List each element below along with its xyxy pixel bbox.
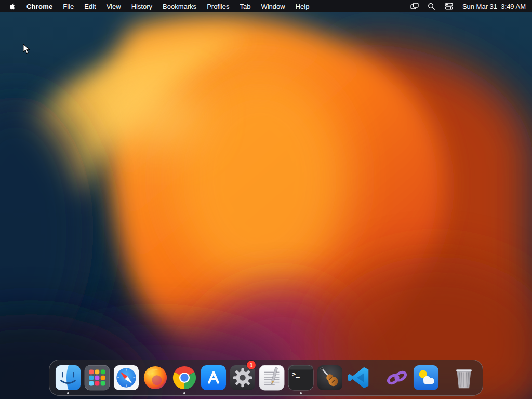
dock-item-terminal[interactable]: >_	[286, 360, 315, 395]
dock-separator	[378, 364, 378, 391]
dock-item-weather[interactable]	[411, 360, 441, 395]
dock-item-launchpad[interactable]	[83, 360, 112, 395]
dock-item-safari[interactable]	[112, 360, 141, 395]
dock-item-appstore[interactable]	[199, 360, 228, 395]
dock-item-textedit[interactable]	[257, 360, 286, 395]
menu-item-history[interactable]: History	[126, 0, 157, 12]
finder-icon	[55, 365, 81, 391]
dock-item-firefox[interactable]	[141, 360, 170, 395]
app-store-icon	[201, 365, 227, 391]
running-indicator	[67, 392, 69, 394]
apple-menu[interactable]	[0, 0, 21, 12]
spotlight-search-icon[interactable]	[425, 0, 438, 12]
dock-item-visual-studio[interactable]	[382, 360, 411, 395]
firefox-icon	[142, 365, 168, 391]
dock-item-vscode[interactable]	[344, 360, 374, 395]
vscode-icon	[346, 365, 372, 391]
dock-item-trash[interactable]	[449, 360, 478, 395]
menu-bar: Chrome File Edit View History Bookmarks …	[0, 0, 532, 12]
running-indicator	[183, 392, 185, 394]
control-center-icon[interactable]	[442, 0, 456, 12]
dock-item-system-settings[interactable]: 1	[228, 360, 257, 395]
notification-badge: 1	[247, 361, 256, 369]
desktop[interactable]	[0, 12, 532, 399]
visual-studio-icon	[384, 365, 410, 391]
apple-logo-icon	[8, 3, 16, 10]
running-indicator	[300, 392, 302, 394]
dock-item-chrome[interactable]	[170, 360, 199, 395]
terminal-prompt-glyph: >_	[292, 370, 300, 378]
menu-item-edit[interactable]: Edit	[79, 0, 101, 12]
menu-item-help[interactable]: Help	[290, 0, 315, 12]
terminal-icon: >_	[288, 365, 314, 391]
textedit-icon	[259, 365, 285, 391]
menubar-status-area: Sun Mar 31 3:49 AM	[408, 0, 532, 12]
dock-separator	[445, 364, 445, 391]
trash-icon	[451, 365, 477, 391]
windows-stack-icon[interactable]	[408, 0, 421, 12]
dock: 1 >_	[49, 360, 483, 396]
safari-icon	[113, 365, 139, 391]
active-app-name[interactable]: Chrome	[21, 3, 58, 10]
launchpad-icon	[84, 365, 110, 391]
menu-item-file[interactable]: File	[58, 0, 79, 12]
dock-item-garageband[interactable]	[315, 360, 344, 395]
weather-icon	[413, 365, 439, 391]
wallpaper-image	[0, 12, 532, 399]
menu-item-view[interactable]: View	[101, 0, 126, 12]
menu-item-bookmarks[interactable]: Bookmarks	[157, 0, 202, 12]
menu-item-window[interactable]: Window	[256, 0, 290, 12]
garageband-icon	[317, 365, 343, 391]
menubar-clock[interactable]: Sun Mar 31 3:49 AM	[459, 3, 526, 10]
chrome-icon	[171, 365, 197, 391]
dock-item-finder[interactable]	[54, 360, 83, 395]
menu-item-tab[interactable]: Tab	[234, 0, 256, 12]
menu-item-profiles[interactable]: Profiles	[202, 0, 234, 12]
